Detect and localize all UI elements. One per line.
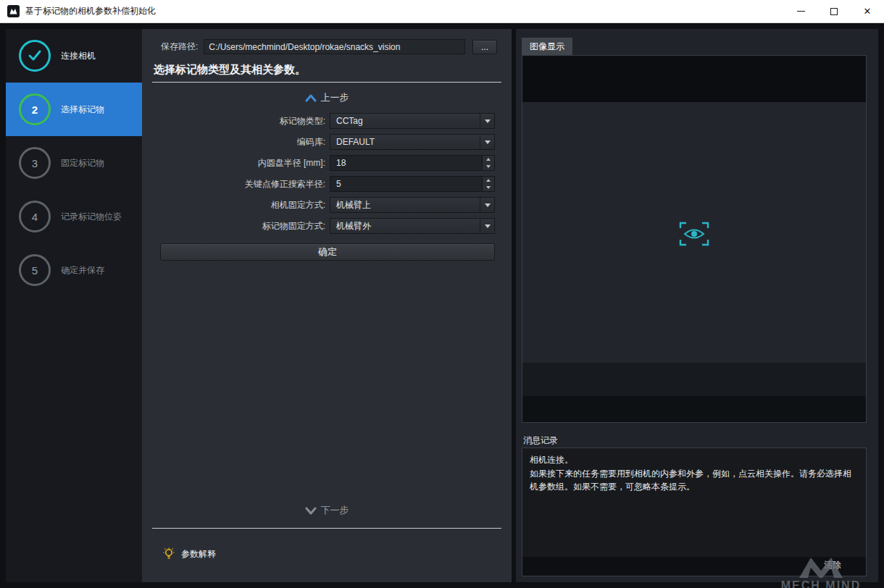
close-icon: ✕ (864, 7, 872, 16)
previous-step-toggle[interactable]: 上一步 (142, 91, 512, 104)
form-row-keypoint-search-radius: 关键点修正搜索半径: 5 (142, 176, 495, 192)
minimize-icon (797, 11, 805, 12)
marker-mount-select[interactable]: 机械臂外 (330, 218, 495, 234)
form-row-inner-disc-radius: 内圆盘半径 [mm]: 18 (142, 155, 495, 171)
field-label: 内圆盘半径 [mm]: (258, 157, 325, 169)
inner-disc-radius-stepper[interactable]: 18 (330, 155, 495, 171)
parameter-help-label: 参数解释 (181, 548, 216, 560)
marker-parameter-form: 标记物类型: CCTag 编码库: DEFAULT 内圆盘半径 [mm]: (142, 113, 512, 261)
next-step-label: 下一步 (321, 505, 349, 516)
step-label: 连接相机 (61, 50, 96, 62)
image-band (522, 56, 866, 102)
image-band (522, 396, 866, 422)
lightbulb-icon (162, 547, 175, 560)
previous-step-label: 上一步 (321, 92, 349, 103)
stepper-buttons (482, 177, 494, 191)
form-row-marker-type: 标记物类型: CCTag (142, 113, 495, 129)
step-number: 4 (32, 211, 38, 223)
step-record-marker-pose[interactable]: 4 记录标记物位姿 (6, 190, 142, 243)
message-log-title: 消息记录 (523, 434, 558, 447)
tab-image-display[interactable]: 图像显示 (522, 38, 572, 56)
check-icon (28, 49, 42, 62)
chevron-down-icon (480, 198, 494, 212)
field-label: 标记物固定方式: (262, 220, 325, 232)
selected-value: DEFAULT (330, 137, 480, 147)
step-label: 选择标记物 (61, 104, 104, 116)
next-step-toggle[interactable]: 下一步 (142, 504, 512, 517)
step-number: 3 (32, 157, 38, 169)
close-button[interactable]: ✕ (851, 0, 884, 22)
mechmind-brand-text: MECH MIND (774, 579, 868, 588)
step-label: 确定并保存 (61, 264, 104, 277)
window-title: 基于标记物的相机参数补偿初始化 (25, 5, 156, 17)
form-row-marker-mount: 标记物固定方式: 机械臂外 (142, 218, 495, 234)
marker-type-select[interactable]: CCTag (330, 113, 495, 129)
maximize-icon (830, 8, 838, 15)
chevron-down-icon (480, 219, 494, 233)
selected-value: 机械臂上 (330, 199, 480, 211)
steps-sidebar: 连接相机 2 选择标记物 3 固定标记物 4 记录标记物位姿 5 确定并保存 (6, 29, 142, 582)
form-row-code-library: 编码库: DEFAULT (142, 134, 495, 150)
stepper-value: 18 (330, 158, 482, 168)
field-label: 标记物类型: (280, 115, 325, 127)
field-label: 相机固定方式: (271, 199, 325, 211)
step-4-circle: 4 (19, 201, 51, 232)
mechmind-logo-icon (795, 555, 847, 579)
mechmind-watermark: MECH MIND (774, 555, 868, 588)
spin-down-icon[interactable] (483, 184, 494, 191)
field-label: 编码库: (297, 136, 325, 148)
divider (152, 528, 501, 529)
eye-viewfinder-icon (677, 219, 711, 248)
form-row-camera-mount: 相机固定方式: 机械臂上 (142, 197, 495, 213)
browse-button[interactable]: ... (472, 40, 497, 54)
step-label: 记录标记物位姿 (61, 211, 122, 223)
step-3-circle: 3 (19, 147, 51, 179)
image-band (522, 363, 866, 396)
code-library-select[interactable]: DEFAULT (330, 134, 495, 150)
save-path-row: 保存路径: ... (161, 39, 497, 54)
main-content: 连接相机 2 选择标记物 3 固定标记物 4 记录标记物位姿 5 确定并保存 保… (0, 23, 884, 588)
stepper-value: 5 (330, 179, 482, 189)
step-connect-camera[interactable]: 连接相机 (6, 29, 142, 83)
save-path-input[interactable] (204, 39, 465, 54)
chevron-down-icon (305, 507, 317, 515)
step-5-circle: 5 (19, 254, 51, 286)
selected-value: 机械臂外 (330, 220, 480, 232)
chevron-down-icon (480, 114, 494, 128)
step-number: 5 (32, 264, 38, 277)
image-log-panel: 图像显示 消息记录 相机连接。 如果接下来的任务需要用到相机的内参和外参，例如，… (516, 29, 878, 582)
section-title: 选择标记物类型及其相关参数。 (152, 63, 501, 83)
confirm-button[interactable]: 确定 (160, 243, 495, 261)
step-number: 2 (32, 104, 38, 116)
window-controls: ✕ (784, 0, 884, 22)
step-select-marker[interactable]: 2 选择标记物 (6, 83, 142, 136)
spin-up-icon[interactable] (483, 177, 494, 184)
minimize-button[interactable] (784, 0, 817, 22)
step-1-circle (19, 40, 51, 72)
image-display-viewport (522, 55, 867, 423)
parameter-help-link[interactable]: 参数解释 (162, 547, 216, 560)
selected-value: CCTag (330, 116, 480, 126)
save-path-label: 保存路径: (161, 41, 198, 53)
message-log-text: 相机连接。 如果接下来的任务需要用到相机的内参和外参，例如，点云相关操作。请务必… (522, 448, 866, 499)
stepper-buttons (482, 156, 494, 170)
app-icon (7, 5, 20, 17)
chevron-up-icon (305, 94, 317, 102)
step-confirm-save[interactable]: 5 确定并保存 (6, 243, 142, 297)
parameter-panel: 保存路径: ... 选择标记物类型及其相关参数。 上一步 标记物类型: CCTa… (142, 29, 512, 582)
camera-mount-select[interactable]: 机械臂上 (330, 197, 495, 213)
titlebar: 基于标记物的相机参数补偿初始化 ✕ (0, 0, 884, 23)
step-fix-marker[interactable]: 3 固定标记物 (6, 136, 142, 190)
chevron-down-icon (480, 135, 494, 149)
spin-down-icon[interactable] (483, 163, 494, 170)
mechmind-logo-icon (9, 8, 17, 14)
spin-up-icon[interactable] (483, 156, 494, 163)
field-label: 关键点修正搜索半径: (245, 178, 325, 190)
app-window: 基于标记物的相机参数补偿初始化 ✕ 连接相机 2 选择标记物 3 (0, 0, 884, 588)
keypoint-search-radius-stepper[interactable]: 5 (330, 176, 495, 192)
maximize-button[interactable] (817, 0, 851, 22)
step-2-circle: 2 (19, 93, 51, 125)
step-label: 固定标记物 (61, 157, 104, 169)
